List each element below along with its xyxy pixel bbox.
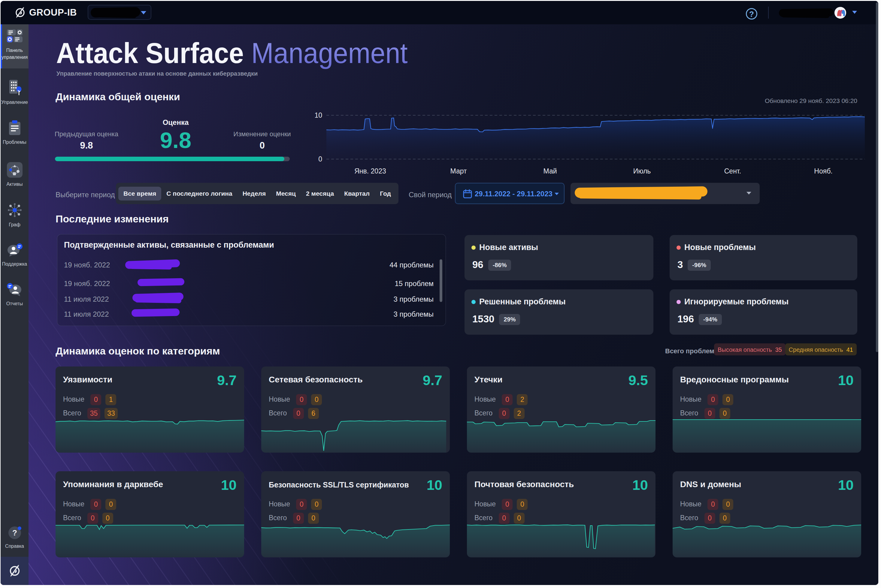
svg-text:Июль: Июль xyxy=(633,167,651,175)
svg-text:Янв. 2023: Янв. 2023 xyxy=(354,167,386,175)
svg-text:Нояб.: Нояб. xyxy=(814,167,832,175)
svg-text:Март: Март xyxy=(450,167,467,175)
svg-text:0: 0 xyxy=(318,155,322,163)
svg-text:Сент.: Сент. xyxy=(724,167,741,175)
svg-text:Май: Май xyxy=(543,167,557,175)
svg-text:?: ? xyxy=(12,528,17,537)
svg-text:10: 10 xyxy=(314,111,322,119)
